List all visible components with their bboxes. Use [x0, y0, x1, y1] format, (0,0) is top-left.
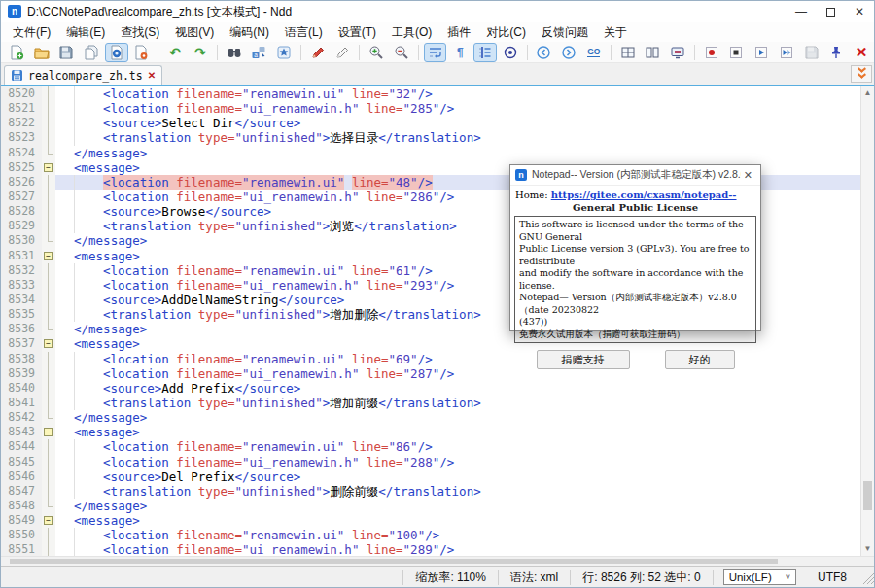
menu-item-6[interactable]: 设置(T): [331, 22, 384, 43]
code-token: <location: [103, 86, 176, 101]
toolbar-full-screen-button[interactable]: [666, 43, 689, 62]
toolbar-show-symbols-button[interactable]: ¶: [448, 43, 472, 62]
fold-collapse-icon[interactable]: −: [44, 516, 52, 525]
code-line[interactable]: <source>Del Prefix</source>: [55, 469, 860, 484]
toolbar-zoom-out-button[interactable]: [390, 43, 413, 62]
toolbar-save-button[interactable]: [54, 43, 78, 62]
toolbar-goto-line-button[interactable]: GO: [582, 43, 606, 62]
code-token: filename=: [176, 175, 242, 190]
code-line[interactable]: <message>: [55, 425, 860, 439]
eol-format-dropdown[interactable]: Unix(LF) ˅: [723, 569, 796, 585]
toolbar-close-file-button[interactable]: [105, 43, 128, 62]
horizontal-scrollbar[interactable]: [1, 556, 874, 566]
dialog-close-icon[interactable]: ✕: [741, 169, 755, 182]
scroll-down-arrow[interactable]: ▼: [861, 542, 874, 556]
vertical-scrollbar[interactable]: ▲ ▼: [860, 86, 874, 556]
menu-item-5[interactable]: 语言(L): [277, 22, 331, 43]
toolbar-play-macro-button[interactable]: [750, 43, 773, 62]
toolbar-open-folder-button[interactable]: [30, 43, 53, 62]
code-line[interactable]: <translation type="unfinished">选择目录</tra…: [55, 130, 860, 145]
code-line[interactable]: <source>Add Prefix</source>: [55, 381, 860, 396]
toolbar-split-vertical-button[interactable]: [641, 43, 664, 62]
code-token: filename=: [176, 263, 242, 278]
menu-bar: 文件(F)编辑(E)查找(S)视图(V)编码(N)语言(L)设置(T)工具(O)…: [1, 22, 874, 42]
toolbar-split-window-button[interactable]: [616, 43, 640, 62]
code-token: filename=: [176, 528, 242, 542]
toolbar-pin-button[interactable]: [824, 43, 848, 62]
code-line[interactable]: <source>Select Dir</source>: [55, 116, 860, 130]
fold-collapse-icon[interactable]: −: [44, 252, 52, 260]
menu-item-10[interactable]: 反馈问题: [534, 22, 596, 43]
tab-close-icon[interactable]: ✕: [148, 71, 156, 81]
toolbar-zoom-in-button[interactable]: [365, 43, 388, 62]
toolbar-new-file-button[interactable]: [5, 43, 28, 62]
code-line[interactable]: <message>: [55, 513, 860, 528]
code-token: 增加删除: [330, 307, 378, 322]
maximize-button[interactable]: [816, 1, 845, 22]
menu-item-9[interactable]: 对比(C): [478, 22, 534, 43]
fold-collapse-icon[interactable]: −: [44, 428, 52, 436]
code-token: "renamewin.ui": [242, 352, 344, 366]
minimize-button[interactable]: —: [787, 1, 816, 22]
menu-item-3[interactable]: 视图(V): [167, 22, 222, 43]
toolbar-bookmark-button[interactable]: [272, 43, 296, 62]
menu-item-1[interactable]: 编辑(E): [58, 22, 113, 43]
code-line[interactable]: <location filename="renamewin.ui" line="…: [55, 86, 860, 101]
code-line[interactable]: <translation type="unfinished">增加前缀</tra…: [55, 396, 860, 410]
toolbar-clear-mark-button[interactable]: [332, 43, 355, 62]
gitee-link[interactable]: https://gitee.com/cxasm/notepad--: [551, 190, 737, 200]
code-line[interactable]: <location filename="ui_renamewin.h" line…: [55, 455, 860, 469]
dialog-title-bar[interactable]: n Notepad-- Version (内部测试非稳定版本) v2.8.0 (…: [510, 165, 760, 186]
dialog-title: Notepad-- Version (内部测试非稳定版本) v2.8.0 (da…: [532, 168, 741, 182]
toolbar-indent-guide-button[interactable]: [473, 43, 497, 62]
horizontal-scroll-thumb[interactable]: [10, 559, 778, 564]
code-line[interactable]: </message>: [55, 499, 860, 513]
menu-item-8[interactable]: 插件: [439, 22, 478, 43]
scroll-up-arrow[interactable]: ▲: [861, 86, 874, 100]
ok-button[interactable]: 好的: [665, 350, 735, 369]
fold-collapse-icon[interactable]: −: [44, 339, 52, 348]
code-line[interactable]: <translation type="unfinished">删除前缀</tra…: [55, 484, 860, 499]
toolbar-locate-button[interactable]: [499, 43, 522, 62]
toolbar-save-all-button[interactable]: [80, 43, 103, 62]
code-line[interactable]: <location filename="renamewin.ui" line="…: [55, 528, 860, 542]
resize-grip[interactable]: [860, 571, 874, 584]
toolbar-find-button[interactable]: [223, 43, 246, 62]
toolbar-close-all-button[interactable]: [130, 43, 154, 62]
menu-item-2[interactable]: 查找(S): [113, 22, 167, 43]
toolbar-redo-button[interactable]: ↷: [189, 43, 212, 62]
fold-marker: [42, 469, 55, 484]
code-token: filename=: [176, 542, 242, 556]
code-line[interactable]: <location filename="ui_renamewin.h" line…: [55, 101, 860, 116]
code-line[interactable]: </message>: [55, 146, 860, 160]
code-line[interactable]: <location filename="renamewin.ui" line="…: [55, 439, 860, 454]
license-text-line: Public License version 3 (GPLv3). You ar…: [519, 243, 752, 267]
toolbar-close-red-button[interactable]: ✕: [850, 43, 873, 62]
toolbar-stop-macro-button[interactable]: [725, 43, 749, 62]
fold-margin[interactable]: −−−−−: [42, 86, 55, 556]
indent-guide-line: [74, 293, 75, 307]
toolbar-nav-back-button[interactable]: [533, 43, 556, 62]
code-line[interactable]: <location filename="ui_renamewin.h" line…: [55, 542, 860, 556]
toolbar-record-macro-button[interactable]: [700, 43, 723, 62]
close-button[interactable]: ✕: [845, 1, 874, 22]
vertical-scroll-thumb[interactable]: [863, 481, 872, 510]
tab-list-button[interactable]: [851, 65, 872, 83]
menu-item-11[interactable]: 关于: [596, 22, 635, 43]
tab-bar: realcompare_zh.ts ✕: [1, 63, 874, 85]
toolbar-nav-forward-button[interactable]: [557, 43, 580, 62]
toolbar-mark-pen-button[interactable]: [306, 43, 330, 62]
menu-item-0[interactable]: 文件(F): [5, 22, 58, 43]
menu-item-4[interactable]: 编码(N): [222, 22, 277, 43]
menu-item-7[interactable]: 工具(O): [384, 22, 439, 43]
toolbar-undo-button[interactable]: ↶: [163, 43, 187, 62]
toolbar-word-wrap-button[interactable]: [424, 43, 447, 62]
code-line[interactable]: </message>: [55, 410, 860, 425]
tab-realcompare[interactable]: realcompare_zh.ts ✕: [4, 65, 162, 85]
donate-button[interactable]: 捐赠支持: [537, 350, 630, 369]
toolbar-play-macro-multi-button[interactable]: [775, 43, 798, 62]
eol-format-value: Unix(LF): [729, 571, 772, 583]
code-token: <location: [103, 542, 176, 556]
toolbar-replace-button[interactable]: a: [247, 43, 270, 62]
fold-collapse-icon[interactable]: −: [44, 163, 52, 172]
